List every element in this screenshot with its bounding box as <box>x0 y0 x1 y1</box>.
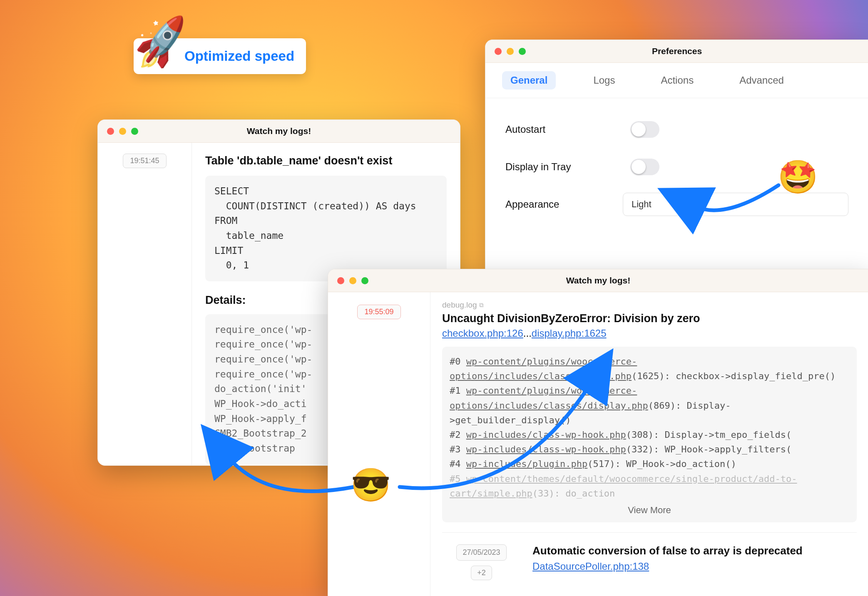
stack-trace-block[interactable]: #0 wp-content/plugins/woocommerce-option… <box>442 347 857 522</box>
optimized-speed-label: Optimized speed <box>184 48 294 64</box>
autostart-label: Autostart <box>505 124 630 135</box>
log-entry-2: 27/05/2023 +2 Automatic conversion of fa… <box>442 532 857 580</box>
autostart-toggle[interactable] <box>630 121 659 138</box>
pref-row-autostart: Autostart <box>505 111 848 148</box>
error-links: checkbox.php:126...display.php:1625 <box>442 328 857 339</box>
window-title: Preferences <box>485 46 868 56</box>
error-heading: Uncaught DivisionByZeroError: Division b… <box>442 312 857 325</box>
log-file-name: debug.log <box>442 300 477 310</box>
log-file-label[interactable]: debug.log ⧉ <box>442 300 857 310</box>
external-link-icon: ⧉ <box>479 301 484 309</box>
entry2-sidebar: 27/05/2023 +2 <box>430 544 521 580</box>
error-heading: Table 'db.table_name' doesn't exist <box>205 154 447 167</box>
star-struck-emoji-icon: 🤩 <box>778 158 818 196</box>
traffic-lights <box>495 48 526 55</box>
entry2-heading: Automatic conversion of false to array i… <box>532 544 857 557</box>
minimize-icon[interactable] <box>507 48 514 55</box>
tab-general[interactable]: General <box>502 71 556 89</box>
maximize-icon[interactable] <box>131 128 138 135</box>
appearance-label: Appearance <box>505 199 623 210</box>
error-link-1[interactable]: checkbox.php:126 <box>442 328 523 339</box>
sql-code-block[interactable]: SELECT COUNT(DISTINCT (created)) AS days… <box>205 176 447 281</box>
traffic-lights <box>337 277 368 284</box>
window-title: Watch my logs! <box>328 276 868 286</box>
count-badge[interactable]: +2 <box>471 566 492 580</box>
timestamp-badge[interactable]: 19:55:09 <box>357 305 400 319</box>
display-tray-label: Display in Tray <box>505 161 630 173</box>
tab-actions[interactable]: Actions <box>652 71 702 89</box>
preferences-tabs: General Logs Actions Advanced <box>485 63 868 98</box>
close-icon[interactable] <box>337 277 344 284</box>
window-title: Watch my logs! <box>98 126 460 136</box>
close-icon[interactable] <box>495 48 502 55</box>
appearance-select[interactable]: Light <box>623 193 848 216</box>
timestamp-badge[interactable]: 19:51:45 <box>123 154 166 168</box>
date-badge[interactable]: 27/05/2023 <box>456 544 506 561</box>
window-logs-2: Watch my logs! 19:55:09 debug.log ⧉ Unca… <box>328 269 868 596</box>
tab-advanced[interactable]: Advanced <box>731 71 792 89</box>
sunglasses-emoji-icon: 😎 <box>351 466 391 504</box>
window-preferences: Preferences General Logs Actions Advance… <box>485 40 868 273</box>
entry2-link[interactable]: DataSourcePoller.php:138 <box>532 561 649 572</box>
rocket-icon: 🚀 <box>130 13 193 73</box>
log-sidebar: 19:51:45 <box>98 143 192 466</box>
traffic-lights <box>107 128 138 135</box>
minimize-icon[interactable] <box>119 128 126 135</box>
error-link-2[interactable]: display.php:1625 <box>532 328 607 339</box>
titlebar[interactable]: Preferences <box>485 40 868 63</box>
link-separator: ... <box>523 328 532 339</box>
maximize-icon[interactable] <box>361 277 368 284</box>
minimize-icon[interactable] <box>349 277 356 284</box>
log-content: debug.log ⧉ Uncaught DivisionByZeroError… <box>430 292 868 596</box>
maximize-icon[interactable] <box>519 48 526 55</box>
tab-logs[interactable]: Logs <box>585 71 623 89</box>
close-icon[interactable] <box>107 128 114 135</box>
log-sidebar: 19:55:09 <box>328 292 430 596</box>
view-more-button[interactable]: View More <box>442 503 857 517</box>
titlebar[interactable]: Watch my logs! <box>98 120 460 143</box>
display-tray-toggle[interactable] <box>630 159 659 175</box>
titlebar[interactable]: Watch my logs! <box>328 269 868 292</box>
